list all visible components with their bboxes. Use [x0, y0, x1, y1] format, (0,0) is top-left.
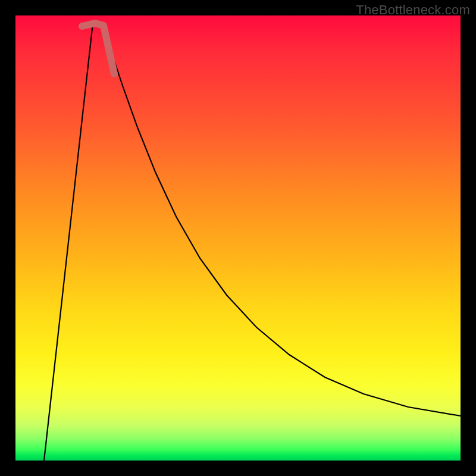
- curves-svg: [15, 15, 461, 461]
- chart-frame: TheBottleneck.com: [0, 0, 476, 476]
- left-line-path: [44, 23, 93, 461]
- plot-area: [15, 15, 461, 461]
- accent-tick-path: [82, 23, 114, 74]
- right-curve-path: [102, 23, 461, 416]
